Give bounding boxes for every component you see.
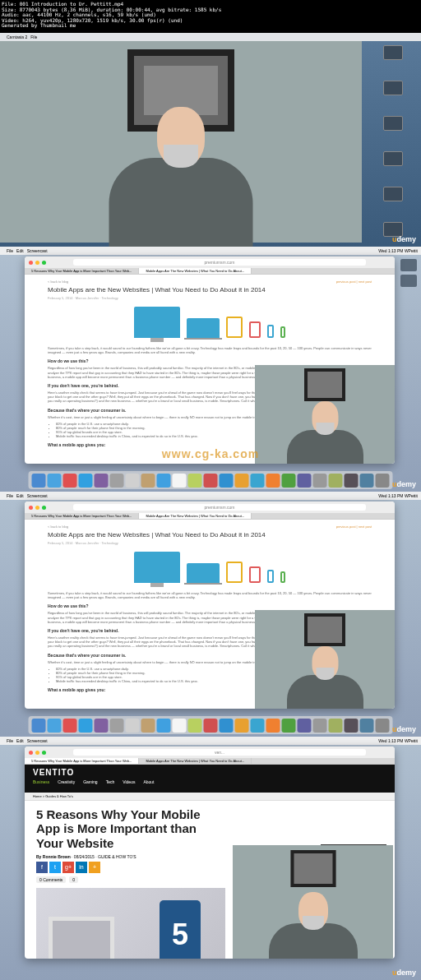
- dock-app-icon[interactable]: [220, 719, 234, 733]
- menu-file[interactable]: File: [7, 247, 13, 255]
- dock-app-icon[interactable]: [79, 719, 93, 733]
- dock-app-icon[interactable]: [173, 474, 187, 488]
- tab-2[interactable]: Mobile Apps Are The New Websites | What …: [139, 268, 252, 274]
- dock-app-icon[interactable]: [282, 474, 296, 488]
- dock-app-icon[interactable]: [48, 719, 62, 733]
- tab-bar[interactable]: 5 Reasons Why Your Mobile App is More Im…: [25, 758, 395, 765]
- dock-app-icon[interactable]: [110, 719, 124, 733]
- app-name[interactable]: Camtasia 2: [7, 33, 27, 41]
- address-bar[interactable]: premiumsm.com: [73, 504, 366, 511]
- dock-app-icon[interactable]: [95, 719, 109, 733]
- nav-about[interactable]: About: [143, 779, 154, 784]
- dock-app-icon[interactable]: [313, 719, 327, 733]
- minimize-icon[interactable]: [35, 261, 39, 265]
- dock-app-icon[interactable]: [32, 474, 46, 488]
- dock-app-icon[interactable]: [188, 719, 202, 733]
- macos-menubar[interactable]: File Edit Screencast Wed 1:13 PM WPettit: [0, 247, 421, 255]
- close-icon[interactable]: [29, 751, 33, 755]
- window-titlebar[interactable]: ven...: [25, 747, 395, 758]
- dock-app-icon[interactable]: [360, 474, 374, 488]
- menu-edit[interactable]: Edit: [16, 492, 24, 500]
- menubar-status[interactable]: Wed 1:13 PM WPettit: [378, 492, 418, 500]
- dock-app-icon[interactable]: [298, 474, 312, 488]
- dock-app-icon[interactable]: [329, 719, 343, 733]
- macos-dock[interactable]: [29, 471, 393, 489]
- prev-next-nav[interactable]: previous post | next post: [336, 280, 372, 284]
- desktop-file-icon[interactable]: [383, 45, 403, 60]
- dock-app-icon[interactable]: [95, 474, 109, 488]
- share-more[interactable]: +: [89, 862, 100, 873]
- share-linkedin[interactable]: in: [76, 862, 87, 873]
- nav-creativity[interactable]: Creativity: [58, 779, 75, 784]
- dock-app-icon[interactable]: [204, 719, 218, 733]
- dock-app-icon[interactable]: [188, 474, 202, 488]
- dock-app-icon[interactable]: [79, 474, 93, 488]
- menu-file[interactable]: File: [7, 737, 13, 745]
- minimize-icon[interactable]: [35, 506, 39, 510]
- dock-app-icon[interactable]: [126, 719, 140, 733]
- dock-app-icon[interactable]: [110, 474, 124, 488]
- close-icon[interactable]: [29, 261, 33, 265]
- back-link[interactable]: < back to blog: [48, 280, 372, 284]
- tab-1[interactable]: 5 Reasons Why Your Mobile App is More Im…: [25, 513, 139, 519]
- dock-app-icon[interactable]: [220, 474, 234, 488]
- dock-app-icon[interactable]: [376, 474, 390, 488]
- minimize-icon[interactable]: [35, 751, 39, 755]
- menubar-status[interactable]: Wed 1:13 PM WPettit: [378, 737, 418, 745]
- dock-app-icon[interactable]: [157, 474, 171, 488]
- menu-file[interactable]: File: [7, 492, 13, 500]
- nav-tech[interactable]: Tech: [106, 779, 115, 784]
- window-titlebar[interactable]: premiumsm.com: [25, 502, 395, 513]
- menu-screencast[interactable]: Screencast: [27, 737, 48, 745]
- tab-2[interactable]: Mobile Apps Are The New Websites | What …: [139, 758, 252, 764]
- dock-app-icon[interactable]: [63, 474, 77, 488]
- dock-app-icon[interactable]: [313, 474, 327, 488]
- safari-window[interactable]: premiumsm.com 5 Reasons Why Your Mobile …: [25, 257, 395, 464]
- dock-app-icon[interactable]: [376, 719, 390, 733]
- dock-app-icon[interactable]: [141, 719, 155, 733]
- dock-app-icon[interactable]: [251, 474, 265, 488]
- nav-business[interactable]: Business: [33, 779, 49, 784]
- maximize-icon[interactable]: [42, 261, 46, 265]
- menubar-status[interactable]: Wed 1:13 PM WPettit: [378, 247, 418, 255]
- dock-app-icon[interactable]: [141, 474, 155, 488]
- ventito-logo[interactable]: VENTITO: [33, 768, 386, 777]
- dock-app-icon[interactable]: [126, 474, 140, 488]
- tab-1[interactable]: 5 Reasons Why Your Mobile App is More Im…: [25, 268, 139, 274]
- dock-app-icon[interactable]: [48, 474, 62, 488]
- macos-menubar[interactable]: File Edit Screencast Wed 1:13 PM WPettit: [0, 492, 421, 500]
- share-twitter[interactable]: t: [49, 862, 61, 873]
- safari-window[interactable]: premiumsm.com 5 Reasons Why Your Mobile …: [25, 502, 395, 709]
- close-icon[interactable]: [29, 506, 33, 510]
- address-bar[interactable]: ven...: [73, 749, 366, 756]
- macos-dock[interactable]: [29, 716, 393, 734]
- desktop-file-icon[interactable]: [383, 81, 403, 95]
- tab-bar[interactable]: 5 Reasons Why Your Mobile App is More Im…: [25, 513, 395, 520]
- safari-window[interactable]: ven... 5 Reasons Why Your Mobile App is …: [25, 747, 395, 959]
- dock-app-icon[interactable]: [345, 719, 359, 733]
- dock-app-icon[interactable]: [63, 719, 77, 733]
- dock-app-icon[interactable]: [329, 474, 343, 488]
- macos-menubar[interactable]: File Edit Screencast Wed 1:13 PM WPettit: [0, 737, 421, 745]
- dock-app-icon[interactable]: [173, 719, 187, 733]
- tab-bar[interactable]: 5 Reasons Why Your Mobile App is More Im…: [25, 268, 395, 275]
- menu-edit[interactable]: Edit: [16, 247, 24, 255]
- prev-next-nav[interactable]: previous post | next post: [336, 525, 372, 529]
- dock-app-icon[interactable]: [32, 719, 46, 733]
- menu-file[interactable]: File: [30, 33, 37, 41]
- macos-menubar[interactable]: Camtasia 2 File: [0, 33, 421, 41]
- dock-app-icon[interactable]: [298, 719, 312, 733]
- desktop-icons[interactable]: [368, 45, 418, 237]
- dock-app-icon[interactable]: [235, 719, 249, 733]
- dock-app-icon[interactable]: [251, 719, 265, 733]
- replies-count[interactable]: 0: [69, 876, 78, 883]
- dock-app-icon[interactable]: [266, 719, 280, 733]
- menu-screencast[interactable]: Screencast: [27, 247, 48, 255]
- menu-screencast[interactable]: Screencast: [27, 492, 48, 500]
- dock-app-icon[interactable]: [235, 474, 249, 488]
- maximize-icon[interactable]: [42, 506, 46, 510]
- back-link[interactable]: < back to blog: [48, 525, 372, 529]
- desktop-icons[interactable]: [400, 259, 417, 287]
- desktop-file-icon[interactable]: [383, 151, 403, 166]
- nav-gaming[interactable]: Gaming: [83, 779, 98, 784]
